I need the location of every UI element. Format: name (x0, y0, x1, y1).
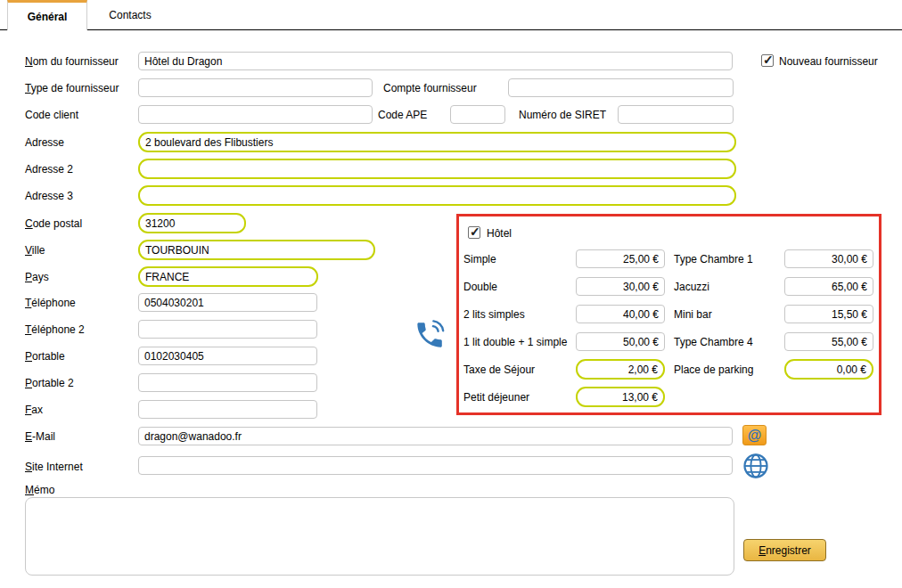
tab-underline (0, 29, 902, 30)
adresse-input[interactable] (138, 132, 736, 152)
ville-label: Ville (25, 241, 45, 259)
telephone-input[interactable] (138, 293, 317, 312)
globe-icon[interactable] (742, 453, 769, 479)
ville-input[interactable] (138, 240, 375, 260)
enregistrer-button-label: Enregistrer (758, 544, 811, 557)
hotel-checkbox-label: Hôtel (487, 225, 512, 242)
taxe-de-sejour-label: Taxe de Séjour (463, 361, 535, 379)
lit-double-plus-simple-price-input[interactable] (576, 332, 665, 351)
double-label: Double (463, 278, 497, 296)
type-chambre-4-label: Type Chambre 4 (674, 333, 753, 351)
type-de-fournisseur-input[interactable] (138, 78, 373, 97)
code-postal-label: Code postal (25, 215, 82, 233)
compte-fournisseur-label: Compte fournisseur (383, 79, 477, 97)
nouveau-fournisseur-label: Nouveau fournisseur (779, 53, 878, 70)
telephone2-input[interactable] (138, 320, 317, 339)
fax-input[interactable] (138, 400, 317, 419)
code-ape-input[interactable] (450, 105, 505, 124)
phone-waves-icon (414, 319, 446, 351)
portable2-label: Portable 2 (25, 374, 74, 392)
telephone-label: Téléphone (25, 294, 76, 312)
code-postal-input[interactable] (138, 213, 246, 233)
adresse3-input[interactable] (138, 185, 736, 206)
portable2-input[interactable] (138, 373, 317, 392)
supplier-form-window: Général Contacts Nom du fournisseur Nouv… (0, 0, 902, 588)
adresse3-label: Adresse 3 (25, 187, 73, 205)
jacuzzi-label: Jacuzzi (674, 278, 709, 296)
portable-input[interactable] (138, 347, 317, 365)
memo-textarea[interactable] (25, 497, 734, 576)
type-chambre-1-label: Type Chambre 1 (674, 250, 753, 268)
petit-dejeuner-input[interactable] (576, 387, 665, 407)
tab-contacts[interactable]: Contacts (88, 1, 172, 29)
adresse-label: Adresse (25, 134, 64, 151)
simple-label: Simple (463, 250, 496, 268)
type-de-fournisseur-label: Type de fournisseur (25, 79, 119, 97)
adresse2-label: Adresse 2 (25, 160, 73, 178)
nom-du-fournisseur-input[interactable] (138, 52, 733, 70)
memo-label: Mémo (25, 481, 54, 499)
fax-label: Fax (25, 401, 43, 419)
hotel-checkbox[interactable] (468, 226, 480, 239)
mini-bar-price-input[interactable] (784, 305, 873, 323)
petit-dejeuner-label: Petit déjeuner (463, 388, 529, 406)
adresse2-input[interactable] (138, 159, 736, 179)
compte-fournisseur-input[interactable] (508, 78, 734, 97)
email-label: E-Mail (25, 428, 55, 445)
simple-price-input[interactable] (576, 249, 665, 268)
tab-general-label: Général (28, 11, 68, 23)
numero-siret-label: Numéro de SIRET (519, 106, 606, 124)
site-internet-input[interactable] (138, 456, 733, 475)
deux-lits-simples-label: 2 lits simples (463, 306, 525, 323)
nouveau-fournisseur-checkbox[interactable] (761, 54, 774, 67)
site-internet-label: Site Internet (25, 458, 83, 476)
code-client-input[interactable] (138, 105, 373, 124)
pays-input[interactable] (138, 266, 318, 287)
pays-label: Pays (25, 268, 49, 286)
hotel-panel: Hôtel Simple Type Chambre 1 Double Jacuz… (456, 214, 882, 415)
mini-bar-label: Mini bar (674, 306, 712, 323)
portable-label: Portable (25, 347, 65, 365)
type-chambre-1-price-input[interactable] (784, 249, 873, 268)
code-client-label: Code client (25, 106, 78, 124)
enregistrer-button[interactable]: Enregistrer (743, 539, 826, 561)
code-ape-label: Code APE (378, 106, 427, 124)
lit-double-plus-simple-label: 1 lit double + 1 simple (463, 333, 567, 351)
telephone2-label: Téléphone 2 (25, 321, 85, 339)
type-chambre-4-price-input[interactable] (784, 332, 873, 351)
double-price-input[interactable] (576, 277, 665, 296)
taxe-de-sejour-input[interactable] (576, 359, 665, 380)
place-de-parking-label: Place de parking (674, 361, 753, 379)
email-input[interactable] (138, 427, 733, 445)
tab-general[interactable]: Général (7, 0, 87, 30)
place-de-parking-input[interactable] (784, 359, 873, 380)
deux-lits-simples-price-input[interactable] (576, 305, 665, 323)
nom-du-fournisseur-label: Nom du fournisseur (25, 53, 119, 70)
jacuzzi-price-input[interactable] (784, 277, 873, 296)
numero-siret-input[interactable] (618, 105, 734, 124)
email-at-icon[interactable] (742, 425, 767, 445)
tab-contacts-label: Contacts (109, 9, 151, 21)
